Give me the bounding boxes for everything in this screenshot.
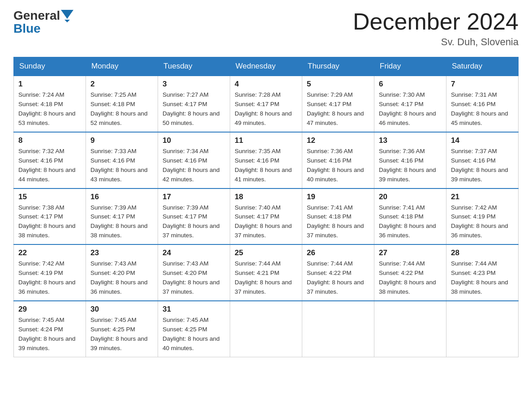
- day-number: 6: [379, 80, 442, 89]
- sunrise-label: Sunrise: 7:41 AM: [379, 204, 425, 211]
- sunset-label: Sunset: 4:20 PM: [90, 270, 135, 276]
- day-number: 9: [90, 136, 153, 145]
- weekday-header-row: SundayMondayTuesdayWednesdayThursdayFrid…: [14, 57, 519, 76]
- day-info: Sunrise: 7:44 AM Sunset: 4:23 PM Dayligh…: [451, 259, 514, 297]
- sunrise-label: Sunrise: 7:43 AM: [163, 260, 209, 267]
- day-info: Sunrise: 7:43 AM Sunset: 4:20 PM Dayligh…: [163, 259, 225, 297]
- day-number: 31: [163, 305, 225, 314]
- daylight-label: Daylight: 8 hours and 37 minutes.: [307, 223, 364, 239]
- day-number: 11: [235, 136, 297, 145]
- sunrise-label: Sunrise: 7:28 AM: [235, 91, 281, 98]
- day-number: 7: [451, 80, 514, 89]
- sunset-label: Sunset: 4:22 PM: [307, 270, 352, 276]
- day-number: 22: [18, 248, 81, 257]
- daylight-label: Daylight: 8 hours and 36 minutes.: [451, 223, 508, 239]
- day-info: Sunrise: 7:29 AM Sunset: 4:17 PM Dayligh…: [307, 90, 369, 128]
- calendar-table: SundayMondayTuesdayWednesdayThursdayFrid…: [13, 57, 519, 357]
- sunset-label: Sunset: 4:16 PM: [307, 157, 352, 164]
- day-number: 28: [451, 248, 514, 257]
- sunset-label: Sunset: 4:16 PM: [379, 157, 424, 164]
- daylight-label: Daylight: 8 hours and 36 minutes.: [90, 279, 148, 295]
- calendar-day-cell: 5 Sunrise: 7:29 AM Sunset: 4:17 PM Dayli…: [302, 76, 374, 132]
- sunrise-label: Sunrise: 7:41 AM: [307, 204, 353, 211]
- day-info: Sunrise: 7:41 AM Sunset: 4:18 PM Dayligh…: [379, 203, 442, 241]
- calendar-day-cell: 11 Sunrise: 7:35 AM Sunset: 4:16 PM Dayl…: [230, 132, 302, 188]
- sunset-label: Sunset: 4:18 PM: [379, 213, 424, 220]
- calendar-day-cell: [374, 301, 446, 357]
- day-info: Sunrise: 7:38 AM Sunset: 4:17 PM Dayligh…: [18, 203, 81, 241]
- daylight-label: Daylight: 8 hours and 37 minutes.: [307, 279, 364, 295]
- sunrise-label: Sunrise: 7:40 AM: [235, 204, 281, 211]
- weekday-header-wednesday: Wednesday: [230, 57, 302, 76]
- sunrise-label: Sunrise: 7:27 AM: [163, 91, 209, 98]
- weekday-header-tuesday: Tuesday: [158, 57, 230, 76]
- calendar-day-cell: 30 Sunrise: 7:45 AM Sunset: 4:25 PM Dayl…: [86, 301, 158, 357]
- calendar-week-row: 22 Sunrise: 7:42 AM Sunset: 4:19 PM Dayl…: [14, 244, 519, 301]
- day-info: Sunrise: 7:42 AM Sunset: 4:19 PM Dayligh…: [18, 259, 81, 297]
- sunset-label: Sunset: 4:24 PM: [18, 326, 63, 333]
- sunrise-label: Sunrise: 7:44 AM: [379, 260, 425, 267]
- calendar-day-cell: 15 Sunrise: 7:38 AM Sunset: 4:17 PM Dayl…: [14, 188, 86, 245]
- calendar-day-cell: 17 Sunrise: 7:39 AM Sunset: 4:17 PM Dayl…: [158, 188, 230, 245]
- calendar-day-cell: 29 Sunrise: 7:45 AM Sunset: 4:24 PM Dayl…: [14, 301, 86, 357]
- sunset-label: Sunset: 4:16 PM: [235, 157, 279, 164]
- day-info: Sunrise: 7:27 AM Sunset: 4:17 PM Dayligh…: [163, 90, 225, 128]
- daylight-label: Daylight: 8 hours and 42 minutes.: [163, 167, 220, 183]
- calendar-day-cell: 2 Sunrise: 7:25 AM Sunset: 4:18 PM Dayli…: [86, 76, 158, 132]
- day-info: Sunrise: 7:44 AM Sunset: 4:22 PM Dayligh…: [307, 259, 369, 297]
- sunset-label: Sunset: 4:19 PM: [451, 213, 496, 220]
- sunrise-label: Sunrise: 7:44 AM: [307, 260, 353, 267]
- sunset-label: Sunset: 4:17 PM: [235, 101, 279, 107]
- day-info: Sunrise: 7:39 AM Sunset: 4:17 PM Dayligh…: [163, 203, 225, 241]
- day-number: 24: [163, 248, 225, 257]
- daylight-label: Daylight: 8 hours and 38 minutes.: [451, 279, 508, 295]
- calendar-day-cell: 23 Sunrise: 7:43 AM Sunset: 4:20 PM Dayl…: [86, 244, 158, 301]
- daylight-label: Daylight: 8 hours and 49 minutes.: [235, 110, 292, 126]
- sunrise-label: Sunrise: 7:45 AM: [163, 317, 209, 323]
- day-info: Sunrise: 7:37 AM Sunset: 4:16 PM Dayligh…: [451, 147, 514, 184]
- sunrise-label: Sunrise: 7:25 AM: [90, 91, 137, 98]
- sunset-label: Sunset: 4:17 PM: [18, 213, 63, 220]
- sunset-label: Sunset: 4:16 PM: [90, 157, 135, 164]
- calendar-day-cell: 28 Sunrise: 7:44 AM Sunset: 4:23 PM Dayl…: [446, 244, 519, 301]
- daylight-label: Daylight: 8 hours and 39 minutes.: [379, 167, 436, 183]
- daylight-label: Daylight: 8 hours and 38 minutes.: [18, 223, 76, 239]
- sunset-label: Sunset: 4:17 PM: [307, 101, 352, 107]
- calendar-week-row: 29 Sunrise: 7:45 AM Sunset: 4:24 PM Dayl…: [14, 301, 519, 357]
- sunset-label: Sunset: 4:18 PM: [90, 101, 135, 107]
- daylight-label: Daylight: 8 hours and 52 minutes.: [90, 110, 148, 126]
- sunset-label: Sunset: 4:16 PM: [451, 157, 496, 164]
- day-info: Sunrise: 7:28 AM Sunset: 4:17 PM Dayligh…: [235, 90, 297, 128]
- day-number: 5: [307, 80, 369, 89]
- location-text: Sv. Duh, Slovenia: [353, 36, 519, 48]
- weekday-header-saturday: Saturday: [446, 57, 519, 76]
- daylight-label: Daylight: 8 hours and 37 minutes.: [163, 279, 220, 295]
- calendar-day-cell: 14 Sunrise: 7:37 AM Sunset: 4:16 PM Dayl…: [446, 132, 519, 188]
- sunset-label: Sunset: 4:16 PM: [451, 101, 496, 107]
- day-info: Sunrise: 7:25 AM Sunset: 4:18 PM Dayligh…: [90, 90, 153, 128]
- logo-icon: [61, 10, 73, 22]
- calendar-day-cell: 27 Sunrise: 7:44 AM Sunset: 4:22 PM Dayl…: [374, 244, 446, 301]
- day-info: Sunrise: 7:39 AM Sunset: 4:17 PM Dayligh…: [90, 203, 153, 241]
- calendar-day-cell: 9 Sunrise: 7:33 AM Sunset: 4:16 PM Dayli…: [86, 132, 158, 188]
- daylight-label: Daylight: 8 hours and 41 minutes.: [235, 167, 292, 183]
- day-number: 27: [379, 248, 442, 257]
- calendar-day-cell: 21 Sunrise: 7:42 AM Sunset: 4:19 PM Dayl…: [446, 188, 519, 245]
- calendar-day-cell: 8 Sunrise: 7:32 AM Sunset: 4:16 PM Dayli…: [14, 132, 86, 188]
- day-info: Sunrise: 7:36 AM Sunset: 4:16 PM Dayligh…: [379, 147, 442, 184]
- calendar-day-cell: 20 Sunrise: 7:41 AM Sunset: 4:18 PM Dayl…: [374, 188, 446, 245]
- title-section: December 2024 Sv. Duh, Slovenia: [353, 9, 519, 48]
- sunrise-label: Sunrise: 7:35 AM: [235, 148, 281, 154]
- sunset-label: Sunset: 4:17 PM: [90, 213, 135, 220]
- sunset-label: Sunset: 4:17 PM: [235, 213, 279, 220]
- sunrise-label: Sunrise: 7:43 AM: [90, 260, 137, 267]
- day-number: 13: [379, 136, 442, 145]
- calendar-day-cell: 3 Sunrise: 7:27 AM Sunset: 4:17 PM Dayli…: [158, 76, 230, 132]
- day-number: 3: [163, 80, 225, 89]
- daylight-label: Daylight: 8 hours and 38 minutes.: [379, 279, 436, 295]
- daylight-label: Daylight: 8 hours and 37 minutes.: [163, 223, 220, 239]
- daylight-label: Daylight: 8 hours and 39 minutes.: [18, 335, 76, 351]
- sunrise-label: Sunrise: 7:44 AM: [235, 260, 281, 267]
- sunrise-label: Sunrise: 7:42 AM: [451, 204, 497, 211]
- calendar-day-cell: 6 Sunrise: 7:30 AM Sunset: 4:17 PM Dayli…: [374, 76, 446, 132]
